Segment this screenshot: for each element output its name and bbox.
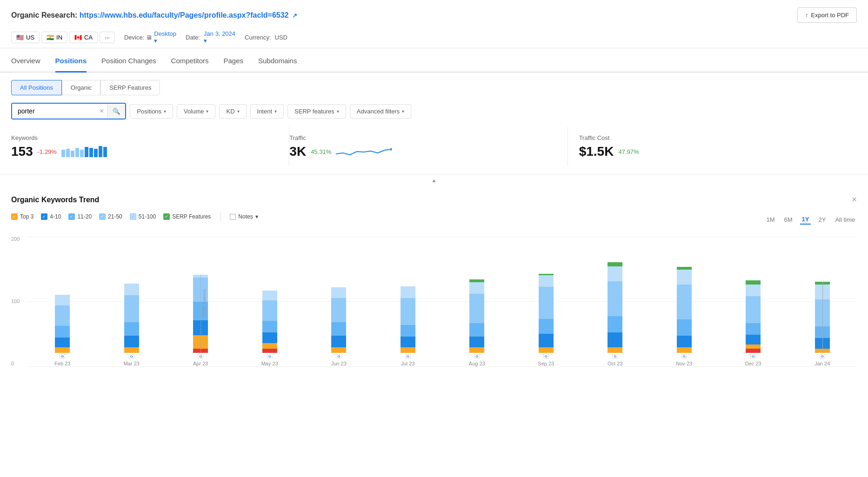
bar-group-dec-23[interactable]: GDec 23 [719,280,788,366]
bar-segment [55,295,70,305]
bar-segment [677,270,692,285]
more-countries-button[interactable]: ··· [100,32,115,43]
bar-group-sep-23[interactable]: GSep 23 [512,274,581,366]
legend-4-10[interactable]: ✓ 4-10 [41,213,61,220]
bar-segment [331,298,346,322]
mini-bar [61,150,65,157]
legend-11-20[interactable]: ✓ 11-20 [68,213,92,220]
chart-header: Organic Keywords Trend × [11,195,857,205]
time-2y-button[interactable]: 2Y [816,215,828,224]
notes-button[interactable]: Notes ▾ [230,213,258,220]
tab-overview[interactable]: Overview [11,50,40,73]
search-submit-button[interactable]: 🔍 [107,104,125,119]
monitor-icon: 🖥 [146,34,152,41]
bar-segment [677,347,692,353]
google-icon: G [405,354,411,359]
legend-21-50[interactable]: ✓ 21-50 [99,213,122,220]
country-ca-label: CA [84,34,93,41]
legend-51-100[interactable]: ✓ 51-100 [130,213,156,220]
chevron-kd-icon: ▾ [237,109,240,114]
tab-competitors[interactable]: Competitors [171,50,209,73]
positions-filter-button[interactable]: Positions ▾ [130,104,173,119]
serp-features-filter-button[interactable]: SERP features ▾ [287,104,346,119]
bar-segment [331,347,346,353]
google-icon: G [60,354,65,359]
time-all-button[interactable]: All time [833,215,857,224]
bar-segment [401,347,415,353]
mini-bar [75,148,79,157]
bar-segment [608,347,622,353]
advanced-filters-button[interactable]: Advanced filters ▾ [350,104,412,119]
intent-filter-button[interactable]: Intent ▾ [250,104,284,119]
bar-segment [401,298,415,325]
mini-bar [99,146,102,157]
legend-divider [220,212,220,221]
traffic-cost-stat: Traffic Cost $1.5K 47.97% [568,127,857,166]
country-us-label: US [26,34,34,41]
bar-group-apr-23[interactable]: SERP featuresGApr 23 [166,275,235,366]
bar-segment [608,262,622,266]
bar-segment [55,326,70,338]
tab-pages[interactable]: Pages [223,50,243,73]
subtab-organic[interactable]: Organic [62,80,101,95]
mini-bar [85,147,88,157]
bar-segment [469,347,484,353]
time-6m-button[interactable]: 6M [782,215,795,224]
search-clear-button[interactable]: × [96,107,107,115]
bar-group-jan-24[interactable]: GJan 24 [788,282,857,366]
close-chart-button[interactable]: × [852,195,857,205]
bar-segment [55,305,70,326]
mini-bar [66,149,70,157]
bar-group-jun-23[interactable]: GJun 23 [304,287,374,366]
traffic-change: 45.31% [311,148,331,155]
bar-segment [677,285,692,319]
traffic-sparkline [336,145,392,159]
search-input[interactable] [12,104,96,119]
bar-segment [124,322,139,336]
bar-group-may-23[interactable]: GMay 23 [235,291,305,366]
legend-21-50-color: ✓ [99,213,106,220]
y-axis: 200 100 0 [11,236,25,366]
stacked-bar [401,286,415,353]
bar-group-nov-23[interactable]: GNov 23 [650,267,719,366]
google-icon: G [820,354,825,359]
subtab-all-positions[interactable]: All Positions [11,80,62,95]
country-us-button[interactable]: 🇺🇸 US [11,32,40,43]
time-1m-button[interactable]: 1M [764,215,776,224]
date-link[interactable]: Jan 3, 2024 ▾ [204,30,235,44]
volume-filter-button[interactable]: Volume ▾ [177,104,215,119]
bar-group-aug-23[interactable]: GAug 23 [442,279,512,366]
tab-subdomains[interactable]: Subdomains [258,50,297,73]
subtab-serp-features[interactable]: SERP Features [100,80,160,95]
chart-legend: ✓ Top 3 ✓ 4-10 ✓ 11-20 [11,212,258,221]
kd-filter-button[interactable]: KD ▾ [219,104,246,119]
grid-line-0 [28,366,857,367]
bar-segment [677,319,692,336]
stacked-bar [331,287,346,353]
keywords-number: 153 [11,144,33,159]
legend-top3[interactable]: ✓ Top 3 [11,213,33,220]
header-url-link[interactable]: https://www.hbs.edu/faculty/Pages/profil… [80,11,289,19]
export-button[interactable]: ↑ Export to PDF [797,7,857,23]
country-ca-button[interactable]: 🇨🇦 CA [69,32,98,43]
tab-positions[interactable]: Positions [55,50,87,73]
legend-serp[interactable]: ✓ SERP Features [163,213,211,220]
google-icon: G [474,354,480,359]
bar-segment [608,316,622,332]
collapse-stats-button[interactable]: ▲ [0,174,868,186]
traffic-label: Traffic [289,134,556,141]
bar-group-feb-23[interactable]: GFeb 23 [28,295,97,366]
tab-position-changes[interactable]: Position Changes [101,50,156,73]
legend-top3-color: ✓ [11,213,18,220]
bar-segment [746,344,761,349]
bar-segment [746,335,761,344]
sub-tabs: All Positions Organic SERP Features [0,73,868,95]
legend-11-20-color: ✓ [68,213,75,220]
bar-group-mar-23[interactable]: GMar 23 [97,284,167,366]
bar-group-oct-23[interactable]: GOct 23 [581,262,650,366]
bar-segment [262,343,277,349]
time-1y-button[interactable]: 1Y [800,215,811,225]
bar-group-jul-23[interactable]: GJul 23 [374,286,443,366]
country-in-button[interactable]: 🇮🇳 IN [41,32,67,43]
device-link[interactable]: Desktop ▾ [154,30,176,44]
